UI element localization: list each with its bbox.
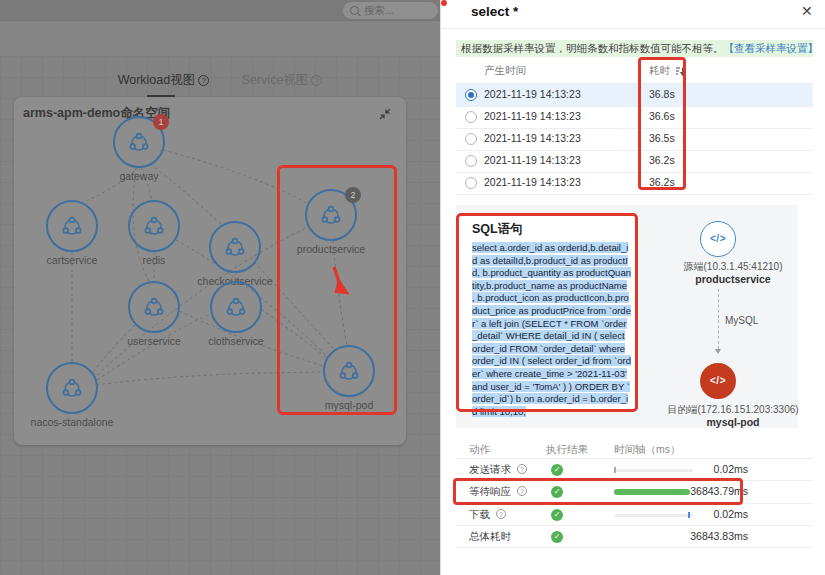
topo-node-cartservice[interactable]: cartservice: [46, 200, 98, 252]
sample-duration: 36.6s: [649, 110, 675, 122]
action-label: 等待响应: [469, 485, 511, 497]
pod-icon: [46, 200, 98, 252]
sample-row[interactable]: 2021-11-19 14:13:23 36.6s: [456, 106, 813, 128]
node-label: redis: [94, 254, 214, 266]
column-header-duration[interactable]: 耗时: [649, 64, 670, 78]
help-icon[interactable]: [198, 75, 209, 86]
search-input[interactable]: 搜索...: [343, 2, 438, 19]
dimmed-background-pane: 搜索... Workload视图 Service视图 arms-apm-demo…: [0, 0, 440, 575]
radio-unselected[interactable]: [465, 155, 477, 167]
sql-title: SQL语句: [472, 221, 523, 238]
sample-duration: 36.5s: [649, 132, 675, 144]
sample-duration: 36.8s: [649, 88, 675, 100]
sample-time: 2021-11-19 14:13:23: [484, 176, 581, 188]
dest-address: 目的端(172.16.151.203:3306): [643, 403, 823, 417]
pod-icon: [128, 200, 180, 252]
dest-name: mysql-pod: [643, 416, 823, 428]
sample-time: 2021-11-19 14:13:23: [484, 110, 581, 122]
tab-service-label: Service视图: [242, 73, 309, 87]
help-icon[interactable]: [517, 464, 527, 474]
sampling-notice: 根据数据采样率设置，明细条数和指标数值可能不相等。【查看采样率设置】: [456, 40, 813, 57]
column-header-result: 执行结果: [546, 443, 588, 457]
action-value: 0.02ms: [614, 508, 748, 520]
sample-row[interactable]: 2021-11-19 14:13:23 36.5s: [456, 128, 813, 150]
topo-node-userservice[interactable]: userservice: [128, 281, 180, 333]
sql-statement[interactable]: select a.order_id as orderId,b.detail_id…: [472, 242, 631, 418]
radio-unselected[interactable]: [465, 177, 477, 189]
sampling-settings-link[interactable]: 【查看采样率设置】: [724, 42, 819, 54]
count-badge: 2: [345, 187, 361, 203]
search-icon: [350, 6, 359, 15]
top-navigation-bar: 搜索...: [0, 0, 440, 21]
action-value: 36843.79ms: [614, 485, 748, 497]
collapse-icon[interactable]: [378, 107, 392, 121]
sample-row[interactable]: 2021-11-19 14:13:23 36.2s: [456, 150, 813, 172]
radio-unselected[interactable]: [465, 133, 477, 145]
node-label: productservice: [271, 243, 391, 255]
action-row-download: 下载 0.02ms: [456, 504, 813, 526]
column-header-time[interactable]: 产生时间: [484, 64, 526, 78]
success-check-icon: [551, 531, 563, 543]
sql-section: SQL语句 select a.order_id as orderId,b.det…: [456, 205, 798, 428]
radio-unselected[interactable]: [465, 111, 477, 123]
pod-icon: [323, 345, 375, 397]
sql-card: SQL语句 select a.order_id as orderId,b.det…: [457, 214, 637, 410]
help-icon[interactable]: [311, 75, 322, 86]
action-row-wait: 等待响应 36843.79ms: [456, 481, 813, 503]
tab-workload-label: Workload视图: [118, 73, 196, 87]
sample-time: 2021-11-19 14:13:23: [484, 132, 581, 144]
radio-selected[interactable]: [465, 89, 477, 101]
topo-node-checkoutservice[interactable]: checkoutservice: [209, 221, 261, 273]
topo-node-clothservice[interactable]: clothservice: [210, 281, 262, 333]
tab-service-view[interactable]: Service视图: [242, 72, 323, 89]
column-header-timeline: 时间轴（ms）: [614, 443, 681, 457]
pod-icon: [128, 281, 180, 333]
node-label: gateway: [79, 170, 199, 182]
topo-node-mysql-pod[interactable]: mysql-pod: [323, 345, 375, 397]
source-address: 源端(10.3.1.45:41210): [643, 260, 823, 274]
action-row-total: 总体耗时 36843.83ms: [456, 526, 813, 548]
sample-row[interactable]: 2021-11-19 14:13:23 36.2s: [456, 172, 813, 194]
node-label: clothservice: [176, 335, 296, 347]
sample-duration: 36.2s: [649, 176, 675, 188]
topo-node-productservice[interactable]: 2 productservice: [305, 189, 357, 241]
source-code-icon[interactable]: </>: [700, 221, 736, 257]
action-value: 36843.83ms: [614, 530, 748, 542]
notice-text: 根据数据采样率设置，明细条数和指标数值可能不相等。: [461, 42, 724, 54]
dest-code-icon[interactable]: </>: [700, 363, 736, 399]
sample-row[interactable]: 2021-11-19 14:13:23 36.8s: [456, 84, 813, 106]
search-placeholder: 搜索...: [364, 4, 394, 18]
tab-workload-view[interactable]: Workload视图: [118, 72, 210, 89]
pod-icon: [209, 221, 261, 273]
panel-title: select *: [471, 4, 518, 19]
action-label: 下载: [469, 508, 490, 520]
close-icon[interactable]: ✕: [801, 3, 813, 19]
node-label: nacos-standalone: [12, 416, 132, 428]
view-tabbar: Workload视图 Service视图: [0, 70, 440, 94]
help-icon[interactable]: [517, 486, 527, 496]
pod-icon: [46, 362, 98, 414]
sql-detail-panel: select * ✕ 根据数据采样率设置，明细条数和指标数值可能不相等。【查看采…: [440, 0, 825, 575]
pod-icon: [210, 281, 262, 333]
success-check-icon: [551, 486, 563, 498]
topo-node-gateway[interactable]: 1 gateway: [113, 116, 165, 168]
action-row-send: 发送请求 0.02ms: [456, 459, 813, 481]
node-label: mysql-pod: [289, 399, 409, 411]
action-value: 0.02ms: [614, 463, 748, 475]
topo-node-nacos-standalone[interactable]: nacos-standalone: [46, 362, 98, 414]
action-label: 总体耗时: [469, 530, 511, 542]
protocol-label: MySQL: [725, 315, 758, 326]
help-icon[interactable]: [496, 509, 506, 519]
flow-connector: [718, 289, 719, 349]
sql-selected-text[interactable]: select a.order_id as orderId,b.detail_id…: [472, 242, 631, 417]
success-check-icon: [551, 509, 563, 521]
success-check-icon: [551, 464, 563, 476]
topo-node-redis[interactable]: redis: [128, 200, 180, 252]
action-label: 发送请求: [469, 463, 511, 475]
sort-descending-icon[interactable]: [675, 66, 685, 76]
alert-count-badge: 1: [153, 114, 169, 130]
column-header-action: 动作: [469, 443, 490, 457]
sample-time: 2021-11-19 14:13:23: [484, 154, 581, 166]
arrow-down-icon: [715, 349, 721, 354]
source-name: productservice: [643, 273, 823, 285]
